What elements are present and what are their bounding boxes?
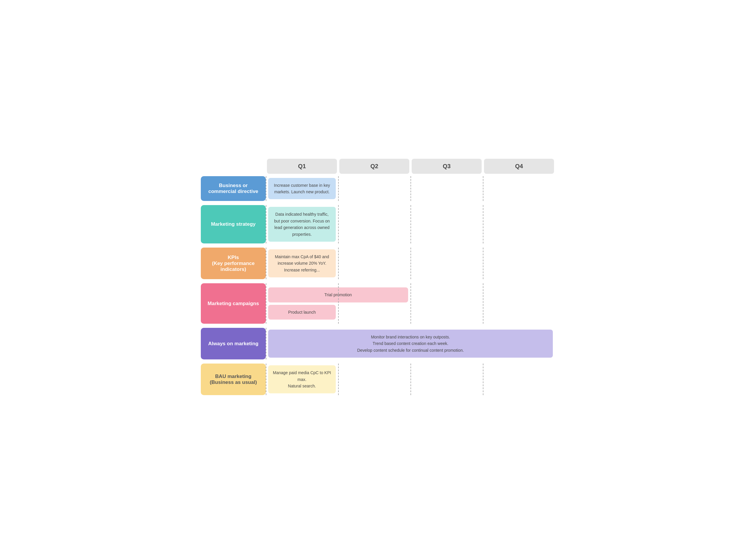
page-container: Q1 Q2 Q3 Q4 Business or commercial direc…	[201, 159, 555, 400]
header-q4: Q4	[484, 159, 554, 174]
header-q2-col: Q2	[338, 159, 411, 174]
header-label-empty	[201, 159, 266, 174]
header-row: Q1 Q2 Q3 Q4	[201, 159, 555, 174]
kpis-q1-box: Maintain max CpA of $40 and increase vol…	[268, 249, 336, 277]
label-business: Business or commercial directive	[201, 176, 266, 201]
kpis-q2-cell	[338, 248, 411, 279]
campaigns-row: Marketing campaigns Trial promotion Prod…	[201, 283, 555, 324]
table-layout: Q1 Q2 Q3 Q4 Business or commercial direc…	[201, 159, 555, 396]
header-q1-col: Q1	[266, 159, 338, 174]
strategy-q2-cell	[338, 205, 411, 244]
strategy-content: Data indicated healthy traffic, but poor…	[266, 205, 555, 244]
bau-content: Manage paid media CpC to KPI max. Natura…	[266, 363, 555, 395]
always-on-content: Monitor brand interactions on key outpos…	[266, 328, 555, 359]
business-q2-cell	[338, 176, 411, 201]
bau-q4-cell	[483, 363, 555, 395]
strategy-q1-cell: Data indicated healthy traffic, but poor…	[266, 205, 338, 244]
header-q-cols: Q1 Q2 Q3 Q4	[266, 159, 555, 174]
header-q1: Q1	[267, 159, 337, 174]
header-q4-col: Q4	[483, 159, 555, 174]
kpis-row: KPIs (Key performance indicators) Mainta…	[201, 248, 555, 279]
kpis-content: Maintain max CpA of $40 and increase vol…	[266, 248, 555, 279]
kpis-q1-cell: Maintain max CpA of $40 and increase vol…	[266, 248, 338, 279]
product-launch-box: Product launch	[268, 305, 336, 320]
bau-q1-box: Manage paid media CpC to KPI max. Natura…	[268, 365, 336, 394]
divider-q3	[411, 283, 411, 324]
strategy-q3-cell	[411, 205, 483, 244]
product-launch-container: Product launch	[266, 304, 338, 321]
business-row: Business or commercial directive Increas…	[201, 176, 555, 201]
header-q3-col: Q3	[411, 159, 483, 174]
bau-q2-cell	[338, 363, 411, 395]
always-on-box: Monitor brand interactions on key outpos…	[268, 330, 553, 358]
divider-q2	[338, 283, 339, 324]
business-content: Increase customer base in key markets. L…	[266, 176, 555, 201]
business-q3-cell	[411, 176, 483, 201]
header-q2: Q2	[339, 159, 409, 174]
header-q3: Q3	[412, 159, 482, 174]
label-always-on: Always on marketing	[201, 328, 266, 359]
label-bau: BAU marketing (Business as usual)	[201, 363, 266, 395]
campaigns-content: Trial promotion Product launch	[266, 283, 555, 324]
bau-row: BAU marketing (Business as usual) Manage…	[201, 363, 555, 395]
label-strategy: Marketing strategy	[201, 205, 266, 244]
business-q1-box: Increase customer base in key markets. L…	[268, 178, 336, 200]
bau-q1-cell: Manage paid media CpC to KPI max. Natura…	[266, 363, 338, 395]
kpis-q4-cell	[483, 248, 555, 279]
strategy-row: Marketing strategy Data indicated health…	[201, 205, 555, 244]
label-kpis: KPIs (Key performance indicators)	[201, 248, 266, 279]
label-campaigns: Marketing campaigns	[201, 283, 266, 324]
business-q4-cell	[483, 176, 555, 201]
strategy-q1-box: Data indicated healthy traffic, but poor…	[268, 207, 336, 242]
bau-q3-cell	[411, 363, 483, 395]
divider-q4	[483, 283, 483, 324]
business-q1-cell: Increase customer base in key markets. L…	[266, 176, 338, 201]
always-on-row: Always on marketing Monitor brand intera…	[201, 328, 555, 359]
kpis-q3-cell	[411, 248, 483, 279]
strategy-q4-cell	[483, 205, 555, 244]
